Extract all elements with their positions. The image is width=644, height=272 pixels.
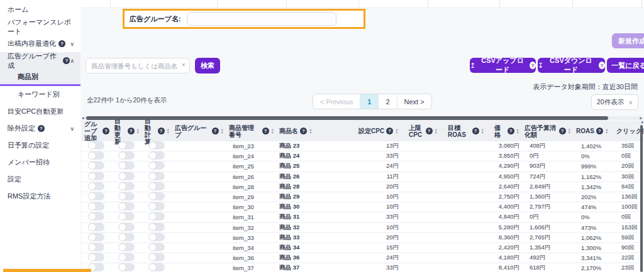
sidebar-item-日予算の設定[interactable]: 日予算の設定 bbox=[0, 137, 80, 154]
auto-update-toggle[interactable] bbox=[118, 263, 135, 271]
group-add-toggle[interactable] bbox=[88, 182, 104, 190]
sort-icon[interactable]: ▲▼ bbox=[167, 128, 170, 134]
auto-calc-toggle[interactable] bbox=[148, 202, 165, 210]
scroll-up-icon[interactable]: ▴ bbox=[641, 119, 643, 124]
sort-icon[interactable]: ▲▼ bbox=[605, 128, 608, 134]
sidebar-item-除外設定[interactable]: 除外設定 ? ∨ bbox=[0, 120, 80, 137]
csv-upload-button[interactable]: ↥ CSVアップロード ? bbox=[470, 58, 536, 73]
help-icon[interactable]: ? bbox=[508, 128, 514, 134]
column-header-ROAS[interactable]: ROAS ? ▲▼ bbox=[574, 121, 614, 141]
auto-calc-toggle[interactable] bbox=[148, 161, 165, 170]
sort-icon[interactable]: ▲▼ bbox=[481, 128, 484, 134]
auto-update-toggle[interactable] bbox=[118, 233, 135, 241]
sidebar-item-商品別[interactable]: 商品別 bbox=[0, 69, 80, 86]
chevron-icon[interactable]: ∨ bbox=[70, 41, 74, 47]
help-icon[interactable]: ? bbox=[426, 128, 433, 134]
auto-calc-toggle[interactable] bbox=[148, 141, 165, 150]
sidebar-item-RMS設定方法[interactable]: RMS設定方法 bbox=[0, 188, 80, 205]
auto-update-toggle[interactable] bbox=[118, 243, 135, 251]
auto-calc-toggle[interactable] bbox=[148, 243, 165, 251]
column-header-広告グループ[interactable]: 広告グループ ? ▲▼ bbox=[172, 121, 226, 141]
search-button[interactable]: 検索 bbox=[195, 58, 220, 73]
sidebar-item-メンバー招待[interactable]: メンバー招待 bbox=[0, 154, 80, 171]
help-icon[interactable]: ? bbox=[63, 57, 70, 64]
group-add-toggle[interactable] bbox=[88, 202, 104, 210]
column-header-上限CPC[interactable]: 上限CPC ? ▲▼ bbox=[401, 121, 440, 141]
search-input[interactable] bbox=[86, 58, 190, 73]
sidebar-item-パフォーマンスレポート[interactable]: パフォーマンスレポート bbox=[0, 18, 80, 35]
pagination-next[interactable]: Next > bbox=[397, 94, 431, 109]
sidebar-item-設定[interactable]: 設定 bbox=[0, 171, 80, 188]
auto-update-toggle[interactable] bbox=[118, 212, 135, 220]
column-header-自動計算[interactable]: 自動計算 ? ▲▼ bbox=[142, 121, 172, 141]
column-header-価格[interactable]: 価格 ? ▲▼ bbox=[487, 121, 522, 141]
group-add-toggle[interactable] bbox=[88, 192, 104, 200]
auto-update-toggle[interactable] bbox=[118, 192, 135, 200]
help-icon[interactable]: ? bbox=[158, 128, 165, 134]
auto-update-toggle[interactable] bbox=[118, 161, 135, 170]
help-icon[interactable]: ? bbox=[262, 128, 269, 134]
auto-calc-toggle[interactable] bbox=[148, 151, 165, 160]
pagination-previous[interactable]: < Previous bbox=[313, 94, 360, 109]
back-to-list-button[interactable]: 一覧に戻る bbox=[607, 58, 644, 73]
horizontal-scrollbar[interactable]: ◂ ▸ bbox=[82, 116, 643, 120]
auto-update-toggle[interactable] bbox=[118, 202, 135, 210]
auto-calc-toggle[interactable] bbox=[148, 182, 165, 190]
sort-icon[interactable]: ▲▼ bbox=[136, 128, 140, 134]
sort-icon[interactable]: ▲▼ bbox=[309, 128, 312, 134]
chevron-icon[interactable]: ∧ bbox=[70, 58, 74, 64]
sidebar-item-広告グループ作成[interactable]: 広告グループ作成 ? ∧ bbox=[0, 52, 80, 69]
help-icon[interactable]: ? bbox=[103, 128, 109, 134]
help-icon[interactable]: ? bbox=[599, 62, 605, 69]
group-add-toggle[interactable] bbox=[88, 253, 104, 261]
sort-icon[interactable]: ▲▼ bbox=[516, 128, 519, 134]
column-header-設定CPC[interactable]: 設定CPC ? ▲▼ bbox=[351, 121, 401, 141]
auto-update-toggle[interactable] bbox=[118, 182, 135, 190]
auto-calc-toggle[interactable] bbox=[148, 253, 165, 261]
horizontal-scrollbar-thumb[interactable] bbox=[86, 116, 608, 120]
csv-download-button[interactable]: ↧ CSVダウンロード ? bbox=[538, 58, 605, 73]
vertical-scrollbar-thumb[interactable] bbox=[640, 125, 643, 272]
help-icon[interactable]: ? bbox=[559, 128, 566, 134]
pagination-page-2[interactable]: 2 bbox=[378, 94, 396, 109]
column-header-自動更新[interactable]: 自動更新 ? ▲▼ bbox=[112, 121, 142, 141]
chevron-icon[interactable]: ∨ bbox=[70, 126, 74, 132]
auto-calc-toggle[interactable] bbox=[148, 223, 165, 231]
column-header-グループ追加[interactable]: グループ追加 ? bbox=[82, 121, 112, 141]
auto-update-toggle[interactable] bbox=[118, 172, 135, 180]
help-icon[interactable]: ? bbox=[472, 128, 479, 134]
group-add-toggle[interactable] bbox=[88, 151, 104, 160]
group-add-toggle[interactable] bbox=[88, 172, 104, 180]
help-icon[interactable]: ? bbox=[212, 128, 219, 134]
sort-icon[interactable]: ▲▼ bbox=[568, 128, 571, 134]
sidebar-item-ホーム[interactable]: ホーム bbox=[0, 1, 80, 18]
group-add-toggle[interactable] bbox=[88, 233, 104, 241]
help-icon[interactable]: ? bbox=[58, 40, 65, 47]
sidebar-item-目安CPC自動更新[interactable]: 目安CPC自動更新 bbox=[0, 103, 80, 120]
sort-icon[interactable]: ▲▼ bbox=[221, 128, 224, 134]
column-header-商品管理番号[interactable]: 商品管理番号 ? ▲▼ bbox=[226, 121, 277, 141]
group-add-toggle[interactable] bbox=[88, 141, 104, 150]
group-add-toggle[interactable] bbox=[88, 161, 104, 170]
auto-calc-toggle[interactable] bbox=[148, 172, 165, 180]
scroll-left-icon[interactable]: ◂ bbox=[82, 116, 84, 121]
sort-icon[interactable]: ▲▼ bbox=[435, 128, 438, 134]
group-add-toggle[interactable] bbox=[88, 223, 104, 231]
page-size-select[interactable]: 20件表示 ∨ bbox=[591, 94, 638, 110]
auto-calc-toggle[interactable] bbox=[148, 263, 165, 271]
column-header-目標ROAS[interactable]: 目標ROAS ? ▲▼ bbox=[440, 121, 487, 141]
auto-update-toggle[interactable] bbox=[118, 151, 135, 160]
group-add-toggle[interactable] bbox=[88, 212, 104, 220]
column-header-商品名[interactable]: 商品名 ? ▲▼ bbox=[277, 121, 351, 141]
auto-calc-toggle[interactable] bbox=[148, 212, 165, 220]
group-add-toggle[interactable] bbox=[88, 243, 104, 251]
pagination-page-1[interactable]: 1 bbox=[360, 94, 378, 109]
auto-calc-toggle[interactable] bbox=[148, 192, 165, 200]
auto-update-toggle[interactable] bbox=[118, 253, 135, 261]
help-icon[interactable]: ? bbox=[386, 128, 393, 134]
auto-update-toggle[interactable] bbox=[118, 141, 135, 150]
sort-icon[interactable]: ▲▼ bbox=[271, 128, 274, 134]
clear-icon[interactable]: × bbox=[182, 61, 186, 68]
help-icon[interactable]: ? bbox=[300, 128, 307, 134]
auto-update-toggle[interactable] bbox=[118, 223, 135, 231]
